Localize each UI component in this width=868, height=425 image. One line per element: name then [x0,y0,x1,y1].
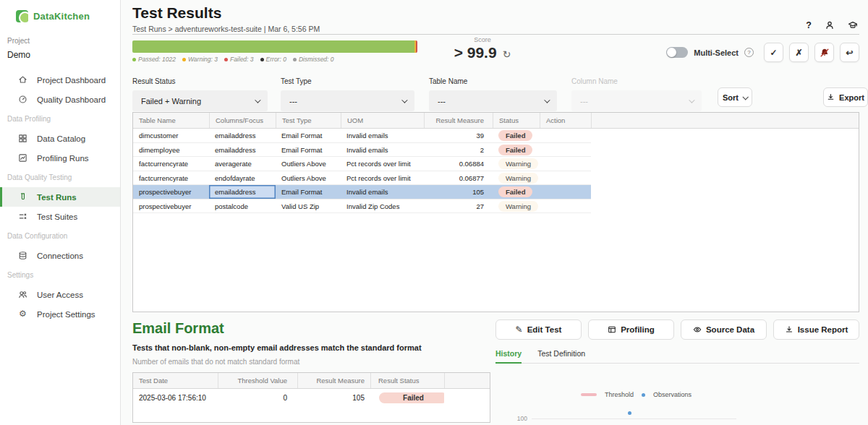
cell-status[interactable]: Failed [493,143,540,157]
cell-test-type[interactable]: Valid US Zip [276,199,341,213]
col-header-action[interactable]: Action [540,113,591,128]
cell-measure[interactable]: 105 [424,185,493,199]
reject-button[interactable]: ✗ [789,43,809,62]
table-name-value: --- [438,97,446,106]
cell-table-name[interactable]: dimcustomer [133,129,209,142]
cell-uom[interactable]: Pct records over limit [341,171,424,185]
sidebar-item-project-dashboard[interactable]: Project Dashboard [0,70,120,90]
col-header-uom[interactable]: UOM [341,113,424,128]
table-row-selected[interactable]: prospectivebuyer emailaddress Email Form… [133,185,591,199]
sidebar-item-user-access[interactable]: User Access [0,285,120,304]
sidebar-item-label: Test Runs [37,193,77,202]
multi-select-toggle[interactable] [666,47,688,58]
cell-uom[interactable]: Pct records over limit [341,157,424,171]
sidebar-item-test-runs[interactable]: Test Runs [0,187,120,207]
sidebar-item-connections[interactable]: Connections [0,246,120,265]
table-name-select[interactable]: --- [429,90,557,111]
detail-description: Number of emails that do not match stand… [132,358,490,366]
sidebar-item-quality-dashboard[interactable]: Quality Dashboard [0,90,120,109]
cell-uom[interactable]: Invalid Zip Codes [341,199,424,213]
cell-test-type[interactable]: Email Format [276,129,341,142]
export-button[interactable]: Export [823,87,868,107]
cell-uom[interactable]: Invalid emails [341,143,424,157]
cell-table-name[interactable]: dimemployee [133,143,209,157]
col-header-result-measure[interactable]: Result Measure [424,113,493,128]
cell-test-type[interactable]: Email Format [276,185,341,199]
project-name[interactable]: Demo [7,50,120,60]
mute-notifications-button[interactable] [814,43,834,62]
score-block: Score > 99.9↻ [439,36,526,61]
table-row[interactable]: dimcustomer emailaddress Email Format In… [133,129,591,143]
cell-action[interactable] [540,199,591,213]
col-header-test-type[interactable]: Test Type [276,113,341,128]
help-icon[interactable]: ? [806,20,812,30]
cell-table-name[interactable]: prospectivebuyer [133,185,209,199]
cell-measure[interactable]: 39 [424,129,493,142]
edit-test-button[interactable]: ✎Edit Test [495,319,582,340]
table-row[interactable]: factcurrencyrate averagerate Outliers Ab… [133,157,591,171]
cell-column[interactable]: averagerate [209,157,276,171]
cell-table-name[interactable]: factcurrencyrate [133,171,209,185]
detail-right: ✎Edit Test Profiling Source Data Issue R… [495,319,859,425]
return-button[interactable]: ↩ [840,43,859,62]
support-person-icon[interactable] [825,20,835,30]
history-table-row[interactable]: 2025-03-06 17:56:10 0 105 Failed [133,389,490,407]
cell-measure[interactable]: 2 [424,143,493,157]
multi-select-help-icon[interactable]: ? [744,48,754,57]
cell-action[interactable] [540,143,591,157]
cell-measure[interactable]: 0.06877 [424,171,493,185]
cell-action[interactable] [540,171,591,185]
cell-column[interactable]: postalcode [209,199,276,213]
cell-action[interactable] [540,129,591,142]
approve-button[interactable]: ✓ [764,43,783,62]
cell-measure[interactable]: 0.06884 [424,157,493,171]
table-row[interactable]: factcurrencyrate endofdayrate Outliers A… [133,171,591,186]
profiling-button[interactable]: Profiling [588,319,674,340]
cell-uom[interactable]: Invalid emails [341,129,424,142]
col-header-columns-focus[interactable]: Columns/Focus [209,113,276,128]
cell-column[interactable]: emailaddress [209,143,276,157]
sort-label: Sort [723,93,739,102]
tab-history[interactable]: History [495,349,522,364]
cell-status[interactable]: Warning [493,199,540,213]
cell-status[interactable]: Failed [493,185,540,199]
source-data-label: Source Data [706,325,754,334]
cell-action[interactable] [540,185,591,199]
cell-status[interactable]: Warning [493,157,540,171]
cell-table-name[interactable]: prospectivebuyer [133,199,209,213]
cell-test-type[interactable]: Outliers Above [276,157,341,171]
observation-point[interactable] [628,411,631,415]
cell-uom[interactable]: Invalid emails [341,185,424,199]
table-row[interactable]: prospectivebuyer postalcode Valid US Zip… [133,199,591,214]
cell-column[interactable]: endofdayrate [209,171,276,185]
cell-action[interactable] [540,157,591,171]
sort-button[interactable]: Sort [718,87,752,107]
refresh-icon[interactable]: ↻ [503,48,511,60]
tab-test-definition[interactable]: Test Definition [537,349,585,363]
table-row[interactable]: dimemployee emailaddress Email Format In… [133,143,591,158]
cell-status[interactable]: Failed [493,129,540,142]
home-icon [18,75,27,85]
threshold-legend-label[interactable]: Threshold [605,391,634,398]
cell-measure[interactable]: 27 [424,199,493,213]
sidebar-item-project-settings[interactable]: ⚙ Project Settings [0,304,120,324]
cell-table-name[interactable]: factcurrencyrate [133,157,209,171]
cell-test-type[interactable]: Outliers Above [276,171,341,185]
cell-column[interactable]: emailaddress [209,129,276,142]
result-status-select[interactable]: Failed + Warning [132,90,268,111]
col-header-table-name[interactable]: Table Name [133,113,209,128]
cell-status[interactable]: Warning [493,171,540,185]
issue-report-button[interactable]: Issue Report [773,319,859,340]
col-header-status[interactable]: Status [493,113,540,128]
observations-legend-label[interactable]: Observations [653,391,692,398]
cell-test-type[interactable]: Email Format [276,143,341,157]
graduation-cap-icon[interactable] [848,20,858,30]
cell-column-selected[interactable]: emailaddress [209,185,276,199]
sidebar-item-data-catalog[interactable]: Data Catalog [0,129,120,148]
test-type-select[interactable]: --- [281,90,414,111]
brand-logo[interactable]: DataKitchen [0,0,120,22]
sidebar-item-test-suites[interactable]: Test Suites [0,207,120,226]
sidebar-item-profiling-runs[interactable]: Profiling Runs [0,148,120,168]
source-data-button[interactable]: Source Data [681,319,767,340]
profiling-grid-icon [608,325,616,334]
